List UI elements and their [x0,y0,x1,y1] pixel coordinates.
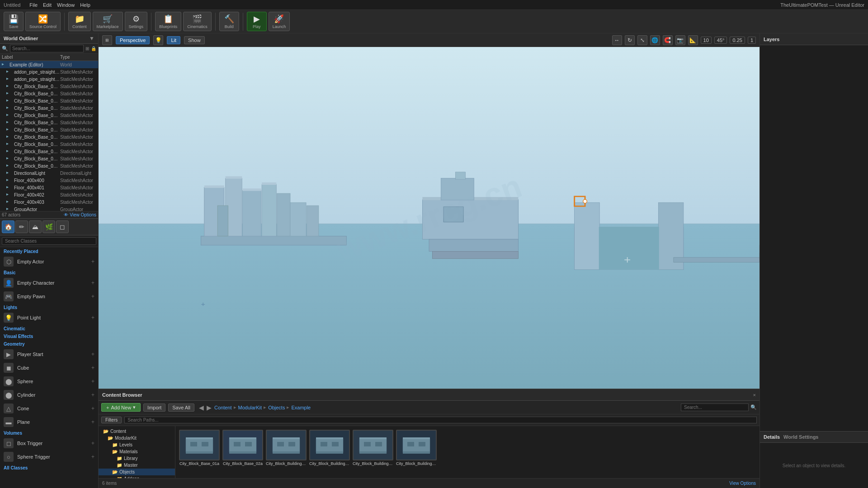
mode-geometry[interactable]: ◻ [56,221,69,233]
vt-snap-btn[interactable]: 🧲 [663,35,673,45]
vt-coord-btn[interactable]: 🌐 [650,35,660,45]
cb-tree-item[interactable]: 📁 Master [99,462,175,469]
modes-item-empty-character[interactable]: 👤 Empty Character + [0,276,98,290]
wo-menu-icon[interactable]: ▼ [89,35,94,42]
cinematics-button[interactable]: 🎬 Cinematics [183,12,212,31]
wo-list-item[interactable]: ▸ addon_pipe_straight_1m_01a StaticMeshA… [0,75,98,83]
wo-list-item[interactable]: ▸ Example (Editor) World [0,61,98,68]
viewport-speed-val[interactable]: 1 [748,37,756,44]
wo-list-item[interactable]: ▸ Floor_400x403 StaticMeshActor [0,198,98,206]
asset-thumb[interactable]: City_Block_Base_01a [179,430,220,466]
viewport-fov-val[interactable]: 45° [714,37,727,44]
save-button[interactable]: 💾 Save [4,12,24,31]
blueprints-button[interactable]: 📋 Blueprints [155,12,181,31]
wo-list-item[interactable]: ▸ City_Block_Base_01a7 StaticMeshActor [0,126,98,133]
modes-item-cone[interactable]: △ Cone + [0,402,98,415]
wo-list-item[interactable]: ▸ City_Block_Base_01a4 StaticMeshActor [0,104,98,112]
asset-thumb[interactable]: City_Block_Buildings_04a [396,430,437,466]
asset-thumb[interactable]: City_Block_Buildings_01a [266,430,307,466]
wo-lock-icon[interactable]: 🔒 [91,46,96,51]
wo-list-item[interactable]: ▸ addon_pipe_straight_1m_01a StaticMeshA… [0,68,98,75]
bc-example[interactable]: Example [291,405,311,410]
cb-tree-item[interactable]: 📂 Objects [99,469,175,475]
content-button[interactable]: 📁 Content [68,12,91,31]
modes-item-empty-actor[interactable]: ⬡ Empty Actor + [0,255,98,268]
viewport-3d[interactable]: + + www.rrcg.cn [99,47,760,389]
wo-list-item[interactable]: ▸ City_Block_Base_01a2 StaticMeshActor [0,90,98,97]
wo-list-item[interactable]: ▸ City_Block_Base_01a6 StaticMeshActor [0,119,98,126]
mode-item-add-icon[interactable]: + [91,419,94,425]
vt-camera-btn[interactable]: 📷 [675,35,685,45]
modes-item-plane[interactable]: ▬ Plane + [0,415,98,429]
bc-objects[interactable]: Objects [268,405,285,410]
asset-thumb[interactable]: City_Block_Buildings_02a [309,430,350,466]
save-all-button[interactable]: Save All [168,404,194,412]
modes-item-sphere[interactable]: ⬤ Sphere + [0,375,98,388]
cb-search-input[interactable] [681,404,749,411]
viewport-grid-val[interactable]: 10 [701,37,712,44]
cb-view-options[interactable]: View Options [729,481,756,486]
wo-list-item[interactable]: ▸ City_Block_Base_01a5 StaticMeshActor [0,112,98,119]
filters-button[interactable]: Filters [101,417,122,423]
modes-category-basic[interactable]: Basic [0,268,98,276]
menu-edit[interactable]: Edit [43,2,52,8]
mode-item-add-icon[interactable]: + [91,280,94,286]
add-new-button[interactable]: + Add New ▾ [101,403,141,412]
modes-item-sphere-trigger[interactable]: ○ Sphere Trigger + [0,450,98,464]
play-button[interactable]: ▶ Play [247,12,267,31]
cb-close-icon[interactable]: × [753,392,756,398]
modes-item-cube[interactable]: ◼ Cube + [0,361,98,375]
menu-window[interactable]: Window [57,2,75,8]
settings-button[interactable]: ⚙ Settings [125,12,148,31]
view-options-button[interactable]: 👁 View Options [64,212,96,217]
mode-item-add-icon[interactable]: + [91,440,94,446]
wo-list-item[interactable]: ▸ Floor_400x402 StaticMeshActor [0,191,98,198]
cb-nav-back[interactable]: ◀ [199,404,204,411]
wo-list-item[interactable]: ▸ City_Block_Base_01a10 StaticMeshActor [0,148,98,155]
bc-modularkit[interactable]: ModularKit [238,405,262,410]
viewport-show-btn[interactable]: Show [184,36,205,44]
mode-foliage[interactable]: 🌿 [42,221,55,233]
menu-file[interactable]: File [29,2,38,8]
cb-tree-item[interactable]: 📁 Levels [99,441,175,448]
modes-category-lights[interactable]: Lights [0,303,98,311]
wo-list-item[interactable]: ▸ City_Block_Base_01a1 StaticMeshActor [0,83,98,90]
modes-category-volumes[interactable]: Volumes [0,429,98,436]
vt-translate-btn[interactable]: ↔ [612,35,622,45]
launch-button[interactable]: 🚀 Launch [269,12,290,31]
mode-landscape[interactable]: ⛰ [29,221,42,233]
wo-filter-icon[interactable]: ⊞ [85,46,89,51]
asset-thumb[interactable]: City_Block_Base_02a [222,430,263,466]
mode-item-add-icon[interactable]: + [91,405,94,412]
mode-item-add-icon[interactable]: + [91,314,94,321]
mode-paint[interactable]: ✏ [15,221,28,233]
vt-scale-btn[interactable]: ⤡ [637,35,647,45]
viewport-lit-btn[interactable]: Lit [167,36,180,44]
wo-list-item[interactable]: ▸ City_Block_Base_01a11 StaticMeshActor [0,155,98,162]
wo-list-item[interactable]: ▸ City_Block_Base_01a9 StaticMeshActor [0,141,98,148]
mode-item-add-icon[interactable]: + [91,258,94,265]
viewport-mode-btn[interactable]: Perspective [116,36,150,44]
bc-content[interactable]: Content [214,405,232,410]
modes-category-cinematic[interactable]: Cinematic [0,324,98,332]
modes-search-input[interactable] [2,237,96,245]
marketplace-button[interactable]: 🛒 Marketplace [93,12,123,31]
modes-item-empty-pawn[interactable]: 🎮 Empty Pawn + [0,290,98,303]
mode-item-add-icon[interactable]: + [91,378,94,385]
wo-list-item[interactable]: ▸ Floor_400x400 StaticMeshActor [0,177,98,184]
viewport-clip-val[interactable]: 0.25 [730,37,745,44]
wo-list-item[interactable]: ▸ City_Block_Base_01a3 StaticMeshActor [0,97,98,104]
wo-list-item[interactable]: ▸ DirectionalLight DirectionalLight [0,169,98,177]
vt-surface-snap-btn[interactable]: 📐 [688,35,698,45]
modes-item-player-start[interactable]: ▶ Player Start + [0,347,98,361]
modes-category-geometry[interactable]: Geometry [0,340,98,347]
cb-tree-item[interactable]: 📂 Materials [99,448,175,455]
menu-help[interactable]: Help [80,2,90,8]
mode-placement[interactable]: 🏠 [2,221,14,233]
world-settings-tab[interactable]: World Settings [783,434,818,440]
vt-rotate-btn[interactable]: ↻ [625,35,635,45]
modes-item-point-light[interactable]: 💡 Point Light + [0,311,98,324]
wo-list-item[interactable]: ▸ Floor_400x401 StaticMeshActor [0,184,98,191]
modes-category-all-classes[interactable]: All Classes [0,464,98,471]
wo-list-item[interactable]: ▸ City_Block_Base_01a8 StaticMeshActor [0,133,98,141]
